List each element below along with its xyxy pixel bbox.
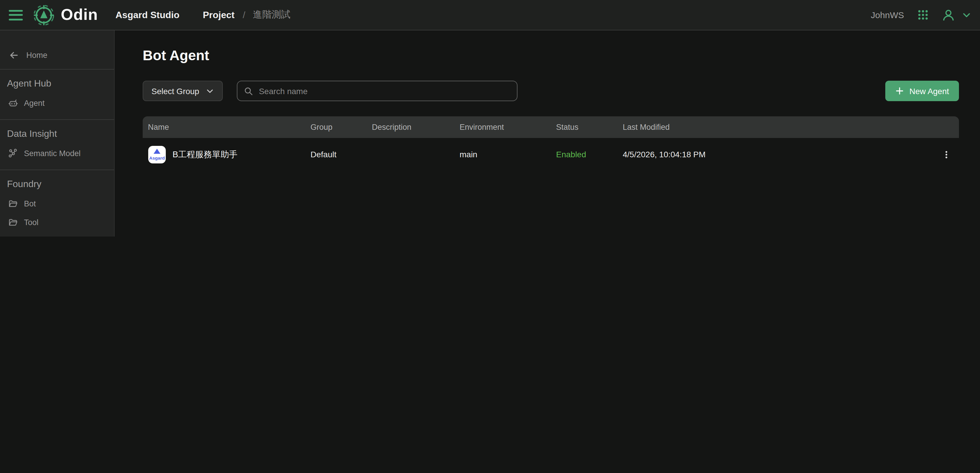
row-actions-kebab-icon[interactable] [939, 148, 953, 161]
hamburger-icon[interactable] [9, 10, 23, 20]
breadcrumb-project[interactable]: Project [203, 10, 235, 20]
person-icon[interactable] [942, 8, 955, 21]
top-navbar: Odin Asgard Studio Project / 進階測試 JohnWS [0, 0, 980, 30]
robot-icon [8, 98, 18, 108]
sidebar-item-label: Bot [24, 199, 36, 208]
sidebar-item-semantic-model[interactable]: Semantic Model [0, 144, 114, 162]
breadcrumb-separator: / [243, 10, 245, 20]
group-select-label: Select Group [151, 86, 199, 96]
col-header-last-modified: Last Modified [623, 123, 933, 132]
status-badge: Enabled [556, 150, 623, 159]
asgard-icon-text: Asgard [149, 155, 165, 160]
new-agent-button-label: New Agent [910, 86, 949, 96]
plus-icon [896, 86, 904, 95]
agent-last-modified: 4/5/2026, 10:04:18 PM [623, 150, 933, 159]
sidebar-item-agent[interactable]: Agent [0, 94, 114, 112]
col-header-name: Name [143, 123, 310, 132]
sidebar: Home Agent Hub Agent Data Insight [0, 30, 115, 237]
sidebar-item-bot[interactable]: Bot [0, 194, 114, 213]
agent-group: Default [310, 150, 372, 159]
table-header-row: Name Group Description Environment Statu… [143, 116, 959, 138]
section-title-data-insight: Data Insight [0, 127, 114, 140]
divider [0, 119, 114, 120]
table-row[interactable]: Asgard B工程服務單助手 Default main Enabled 4/5… [143, 138, 959, 171]
asgard-app-icon: Asgard [148, 145, 166, 163]
username-label[interactable]: JohnWS [871, 10, 904, 20]
folder-icon [8, 199, 18, 209]
search-icon [243, 86, 253, 96]
search-box [237, 81, 517, 101]
filter-toolbar: Select Group New Agent [143, 81, 959, 101]
col-header-environment: Environment [460, 123, 556, 132]
network-icon [8, 148, 18, 158]
page-title: Bot Agent [143, 47, 959, 64]
sidebar-home-label: Home [26, 51, 47, 59]
breadcrumb-current-project: 進階測試 [253, 9, 290, 21]
col-header-description: Description [372, 123, 460, 132]
sidebar-item-label: Agent [24, 99, 45, 107]
arrow-left-icon [8, 50, 19, 60]
upload-icon [8, 236, 18, 237]
divider [0, 170, 114, 170]
sidebar-item-label: Tool [24, 218, 38, 226]
col-header-group: Group [310, 123, 372, 132]
apps-grid-icon[interactable] [918, 10, 929, 21]
sidebar-item-tool[interactable]: Tool [0, 213, 114, 231]
agent-environment: main [460, 150, 556, 159]
sidebar-item-label: Semantic Model [24, 149, 81, 158]
col-header-status: Status [556, 123, 623, 132]
brand-title: Odin [61, 6, 98, 24]
group-select-dropdown[interactable]: Select Group [143, 81, 223, 101]
divider [0, 69, 114, 70]
odin-logo-icon [33, 4, 55, 26]
new-agent-button[interactable]: New Agent [886, 81, 959, 101]
section-title-agent-hub: Agent Hub [0, 77, 114, 90]
account-chevron-down-icon[interactable] [962, 10, 971, 19]
agents-table: Name Group Description Environment Statu… [143, 116, 959, 171]
sidebar-item-home[interactable]: Home [0, 46, 114, 64]
folder-icon [8, 217, 18, 227]
odin-app-window: Odin Asgard Studio Project / 進階測試 JohnWS [0, 0, 980, 237]
nav-asgard-studio[interactable]: Asgard Studio [116, 10, 180, 20]
sidebar-item-environment[interactable]: Environment [0, 231, 114, 237]
search-input[interactable] [258, 86, 510, 96]
chevron-down-icon [205, 87, 214, 95]
section-title-foundry: Foundry [0, 178, 114, 191]
agent-name: B工程服務單助手 [172, 149, 237, 160]
main-content: Bot Agent Select Group [115, 30, 980, 237]
